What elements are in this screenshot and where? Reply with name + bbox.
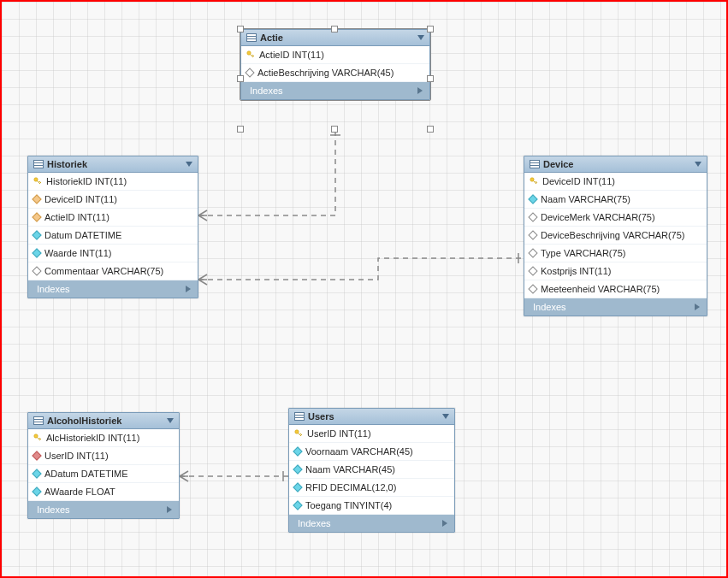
column-row[interactable]: UserID INT(11): [28, 447, 179, 465]
primary-key-icon: [530, 177, 538, 186]
expand-icon: [695, 304, 700, 310]
indexes-label: Indexes: [533, 302, 566, 312]
column-row[interactable]: Kostprijs INT(11): [524, 262, 707, 280]
column-row[interactable]: Naam VARCHAR(45): [289, 461, 454, 479]
column-row[interactable]: DeviceBeschrijving VARCHAR(75): [524, 227, 707, 245]
collapse-icon[interactable]: [695, 162, 701, 167]
column-text: DeviceID INT(11): [542, 176, 615, 186]
column-row[interactable]: Voornaam VARCHAR(45): [289, 443, 454, 461]
fk-icon: [32, 194, 41, 203]
column-text: DeviceBeschrijving VARCHAR(75): [541, 230, 685, 240]
column-row[interactable]: Type VARCHAR(75): [524, 245, 707, 262]
indexes-label: Indexes: [37, 284, 70, 294]
column-row[interactable]: DeviceID INT(11): [28, 191, 198, 209]
resize-handle-e[interactable]: [427, 75, 434, 82]
column-icon: [528, 266, 537, 275]
column-row[interactable]: ActieID INT(11): [28, 209, 198, 227]
column-row[interactable]: DeviceMerk VARCHAR(75): [524, 209, 707, 227]
table-users[interactable]: Users UserID INT(11) Voornaam VARCHAR(45…: [288, 408, 455, 533]
table-device[interactable]: Device DeviceID INT(11) Naam VARCHAR(75)…: [524, 156, 707, 316]
table-actie[interactable]: Actie ActieID INT(11) ActieBeschrijving …: [240, 29, 430, 100]
column-icon: [293, 500, 302, 510]
column-text: ActieID INT(11): [44, 212, 109, 222]
table-header[interactable]: Users: [289, 409, 454, 425]
column-row[interactable]: DeviceID INT(11): [524, 173, 707, 191]
column-text: Naam VARCHAR(45): [305, 464, 395, 475]
column-icon: [32, 230, 41, 239]
indexes-section[interactable]: Indexes: [28, 501, 179, 518]
column-text: Toegang TINYINT(4): [305, 500, 392, 510]
column-text: Type VARCHAR(75): [541, 248, 625, 258]
table-alcoholhistoriek[interactable]: AlcoholHistoriek AlcHistoriekID INT(11) …: [27, 412, 180, 519]
collapse-icon[interactable]: [186, 162, 192, 167]
collapse-icon[interactable]: [167, 418, 174, 423]
indexes-section[interactable]: Indexes: [28, 280, 198, 298]
column-icon: [32, 266, 41, 275]
table-icon: [530, 160, 540, 168]
resize-handle-n[interactable]: [331, 26, 338, 32]
column-row[interactable]: ActieID INT(11): [241, 46, 429, 64]
column-text: DeviceID INT(11): [44, 194, 117, 204]
column-icon: [32, 487, 41, 496]
column-text: DeviceMerk VARCHAR(75): [541, 212, 655, 222]
resize-handle-s[interactable]: [331, 126, 338, 133]
resize-handle-nw[interactable]: [237, 26, 244, 32]
collapse-icon[interactable]: [417, 35, 424, 40]
column-row[interactable]: Toegang TINYINT(4): [289, 497, 454, 515]
column-row[interactable]: UserID INT(11): [289, 425, 454, 443]
column-text: Voornaam VARCHAR(45): [305, 446, 413, 457]
column-row[interactable]: ActieBeschrijving VARCHAR(45): [241, 64, 429, 82]
column-text: Datum DATETIME: [44, 230, 121, 240]
column-row[interactable]: Waarde INT(11): [28, 245, 198, 262]
resize-handle-se[interactable]: [427, 126, 434, 133]
column-icon: [528, 248, 537, 257]
column-row[interactable]: Meeteenheid VARCHAR(75): [524, 280, 707, 298]
table-historiek[interactable]: Historiek HistoriekID INT(11) DeviceID I…: [27, 156, 198, 298]
column-text: ADatum DATETIME: [44, 469, 128, 479]
column-text: UserID INT(11): [307, 428, 371, 439]
column-icon: [528, 212, 537, 221]
resize-handle-w[interactable]: [237, 75, 244, 82]
resize-handle-ne[interactable]: [427, 26, 434, 32]
column-row[interactable]: Commentaar VARCHAR(75): [28, 262, 198, 280]
column-row[interactable]: AlcHistoriekID INT(11): [28, 429, 179, 447]
column-icon: [293, 482, 302, 492]
table-header[interactable]: Device: [524, 156, 707, 173]
table-title: Historiek: [47, 159, 182, 169]
resize-handle-sw[interactable]: [237, 126, 244, 133]
fk-icon: [32, 451, 41, 460]
table-title: AlcoholHistoriek: [47, 416, 163, 426]
indexes-section[interactable]: Indexes: [524, 298, 707, 316]
column-text: ActieBeschrijving VARCHAR(45): [257, 68, 394, 78]
column-icon: [32, 248, 41, 257]
fk-icon: [32, 212, 41, 221]
column-icon: [528, 230, 537, 239]
column-row[interactable]: ADatum DATETIME: [28, 465, 179, 483]
erd-canvas[interactable]: Actie ActieID INT(11) ActieBeschrijving …: [0, 0, 728, 578]
expand-icon: [442, 520, 447, 527]
column-row[interactable]: AWaarde FLOAT: [28, 483, 179, 501]
primary-key-icon: [294, 429, 303, 438]
column-text: RFID DECIMAL(12,0): [305, 482, 396, 492]
indexes-label: Indexes: [37, 504, 70, 515]
column-text: Waarde INT(11): [44, 248, 111, 258]
table-header[interactable]: Historiek: [28, 156, 198, 173]
expand-icon: [417, 87, 423, 94]
table-header[interactable]: AlcoholHistoriek: [28, 413, 179, 429]
column-icon: [528, 284, 537, 293]
column-text: Meeteenheid VARCHAR(75): [541, 284, 660, 294]
column-icon: [528, 194, 537, 203]
indexes-section[interactable]: Indexes: [241, 82, 429, 99]
column-text: AWaarde FLOAT: [44, 487, 115, 497]
primary-key-icon: [33, 177, 42, 186]
table-icon: [33, 416, 44, 425]
indexes-section[interactable]: Indexes: [289, 515, 454, 532]
column-row[interactable]: Naam VARCHAR(75): [524, 191, 707, 209]
collapse-icon[interactable]: [442, 414, 449, 419]
column-row[interactable]: RFID DECIMAL(12,0): [289, 479, 454, 497]
column-row[interactable]: HistoriekID INT(11): [28, 173, 198, 191]
column-row[interactable]: Datum DATETIME: [28, 227, 198, 245]
table-icon: [33, 160, 44, 168]
table-title: Users: [308, 411, 439, 422]
table-icon: [294, 412, 305, 421]
